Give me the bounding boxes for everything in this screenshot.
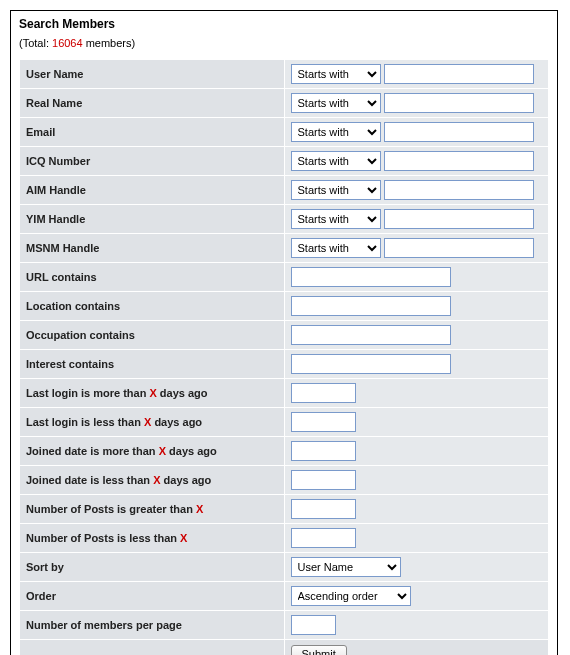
label-email: Email — [20, 118, 285, 147]
search-members-panel: Search Members (Total: 16064 members) Us… — [10, 10, 558, 655]
input-posts-less[interactable] — [291, 528, 356, 548]
label-order: Order — [20, 582, 285, 611]
label-msnm: MSNM Handle — [20, 234, 285, 263]
input-aim[interactable] — [384, 180, 534, 200]
input-url-contains[interactable] — [291, 267, 451, 287]
input-real-name[interactable] — [384, 93, 534, 113]
search-form-table: User Name Starts with Real Name Starts w… — [19, 59, 549, 655]
panel-title: Search Members — [19, 17, 549, 31]
submit-spacer — [20, 640, 285, 656]
total-prefix: (Total: — [19, 37, 52, 49]
label-posts-less: Number of Posts is less than X — [20, 524, 285, 553]
label-joined-more: Joined date is more than X days ago — [20, 437, 285, 466]
label-last-login-less: Last login is less than X days ago — [20, 408, 285, 437]
match-select-icq[interactable]: Starts with — [291, 151, 381, 171]
input-posts-greater[interactable] — [291, 499, 356, 519]
select-sort-by[interactable]: User Name — [291, 557, 401, 577]
input-msnm[interactable] — [384, 238, 534, 258]
label-occupation-contains: Occupation contains — [20, 321, 285, 350]
input-location-contains[interactable] — [291, 296, 451, 316]
match-select-yim[interactable]: Starts with — [291, 209, 381, 229]
label-real-name: Real Name — [20, 89, 285, 118]
label-per-page: Number of members per page — [20, 611, 285, 640]
match-select-real-name[interactable]: Starts with — [291, 93, 381, 113]
input-user-name[interactable] — [384, 64, 534, 84]
label-interest-contains: Interest contains — [20, 350, 285, 379]
input-last-login-more[interactable] — [291, 383, 356, 403]
label-url-contains: URL contains — [20, 263, 285, 292]
label-location-contains: Location contains — [20, 292, 285, 321]
label-posts-greater: Number of Posts is greater than X — [20, 495, 285, 524]
label-yim: YIM Handle — [20, 205, 285, 234]
input-last-login-less[interactable] — [291, 412, 356, 432]
input-joined-less[interactable] — [291, 470, 356, 490]
match-select-user-name[interactable]: Starts with — [291, 64, 381, 84]
input-icq[interactable] — [384, 151, 534, 171]
match-select-email[interactable]: Starts with — [291, 122, 381, 142]
label-aim: AIM Handle — [20, 176, 285, 205]
match-select-msnm[interactable]: Starts with — [291, 238, 381, 258]
label-last-login-more: Last login is more than X days ago — [20, 379, 285, 408]
label-icq: ICQ Number — [20, 147, 285, 176]
total-suffix: members) — [83, 37, 136, 49]
input-yim[interactable] — [384, 209, 534, 229]
label-joined-less: Joined date is less than X days ago — [20, 466, 285, 495]
input-interest-contains[interactable] — [291, 354, 451, 374]
select-order[interactable]: Ascending order — [291, 586, 411, 606]
total-count: 16064 — [52, 37, 83, 49]
input-joined-more[interactable] — [291, 441, 356, 461]
label-user-name: User Name — [20, 60, 285, 89]
input-email[interactable] — [384, 122, 534, 142]
input-occupation-contains[interactable] — [291, 325, 451, 345]
total-members: (Total: 16064 members) — [19, 37, 549, 49]
match-select-aim[interactable]: Starts with — [291, 180, 381, 200]
label-sort-by: Sort by — [20, 553, 285, 582]
input-per-page[interactable] — [291, 615, 336, 635]
submit-button[interactable]: Submit — [291, 645, 347, 656]
